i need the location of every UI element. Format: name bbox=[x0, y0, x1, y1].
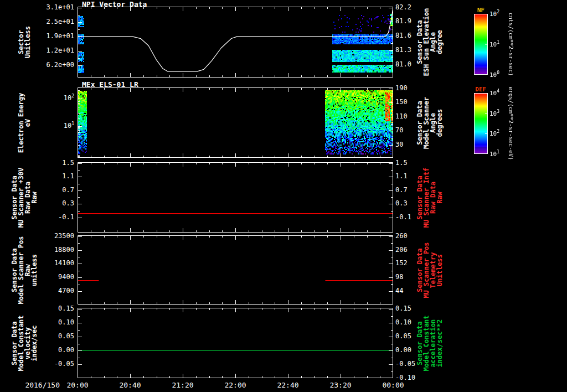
y-tick-label-right: 206 bbox=[395, 246, 408, 254]
y-tick-label-left: 1.9e+01 bbox=[0, 32, 74, 40]
y-tick-label-right: 0.7 bbox=[395, 186, 408, 194]
panel-4-left-axis-label: Sensor Data Model Scanner Pos Raw unitle… bbox=[11, 236, 38, 304]
y-tick-label-right: 0.05 bbox=[395, 332, 411, 341]
y-tick-label-right: 0.3 bbox=[395, 199, 408, 208]
panel-3-left-axis-label: Sensor Data MU Scanner +30V Raw Data Raw bbox=[11, 167, 38, 227]
y-tick-label-right: -0.1 bbox=[395, 213, 411, 221]
panel-4-line-plot bbox=[78, 235, 393, 305]
colorbar-tick-label: 104 bbox=[489, 89, 499, 97]
x-tick-label: 23:20 bbox=[318, 381, 363, 389]
y-tick-label-right: 81.9 bbox=[395, 17, 411, 25]
y-tick-label-left: 0.15 bbox=[0, 305, 74, 313]
y-tick-label-right: 1.1 bbox=[395, 172, 408, 180]
y-tick-label-right: 30 bbox=[395, 141, 403, 149]
panel-1-left-axis-label: Sector Unitless bbox=[18, 26, 31, 58]
y-tick-label-left: 3.1e+01 bbox=[0, 3, 74, 12]
y-tick-label-left: 6.2e+00 bbox=[0, 61, 74, 69]
y-tick-label-right: 1.5 bbox=[395, 159, 408, 167]
y-tick-label-right: 70 bbox=[395, 126, 403, 135]
def-colorbar bbox=[474, 93, 488, 154]
panel-5-right-axis-label: Sensor Data Model Constant acceleration … bbox=[416, 315, 443, 371]
panel-2-left-axis-label: Electron Energy eV bbox=[18, 92, 31, 152]
panel-3-right-axis-label: Sensor Data MU Scanner Intf Raw Data Raw bbox=[416, 167, 443, 227]
colorbar-tick-label: 103 bbox=[489, 110, 499, 118]
y-tick-label-right: 82.2 bbox=[395, 3, 411, 12]
panel-5-left-axis-label: Sensor Data Model Constant velocity inde… bbox=[11, 315, 38, 371]
y-tick-label-right: 152 bbox=[395, 259, 408, 267]
panel-2-right-axis-label: Sensor Data Model Scanner Angle degrees bbox=[416, 97, 443, 149]
x-tick-label: 22:00 bbox=[213, 381, 257, 389]
y-tick-label-right: 81.6 bbox=[395, 32, 411, 40]
panel-4-right-axis-label: Sensor Data MU Scanner Pos Telemetry Uni… bbox=[416, 242, 443, 298]
x-tick-label: 21:20 bbox=[161, 381, 205, 389]
y-tick-label-right: 81.0 bbox=[395, 60, 411, 69]
y-tick-label-right: 260 bbox=[395, 232, 408, 240]
y-tick-label-right: 81.3 bbox=[395, 46, 411, 54]
y-tick-label-right: 0.15 bbox=[395, 305, 411, 313]
y-tick-label-left: 102 bbox=[0, 94, 74, 102]
colorbar-name: DEF bbox=[474, 85, 488, 94]
tplot-window: NPI Vector Data MEx ELS-01 LR 3.1e+012.5… bbox=[0, 0, 567, 392]
y-tick-label-right: 110 bbox=[395, 112, 408, 121]
nf-colorbar bbox=[474, 14, 488, 75]
y-tick-label-right: 150 bbox=[395, 98, 408, 106]
y-tick-label-left: 101 bbox=[0, 122, 74, 130]
colorbar-tick-label: 101 bbox=[489, 40, 499, 49]
y-tick-label-right: 0.10 bbox=[395, 318, 411, 327]
colorbar-tick-label: 101 bbox=[489, 150, 499, 158]
panel-5-line-plot bbox=[78, 308, 393, 378]
colorbar-tick-label: 102 bbox=[489, 130, 499, 138]
panel-3-line-plot bbox=[78, 162, 393, 233]
y-tick-label-right: 190 bbox=[395, 84, 408, 92]
x-tick-label: 20:00 bbox=[55, 381, 100, 389]
y-tick-label-right: -0.05 bbox=[395, 360, 415, 368]
date-label: 2016/150 bbox=[6, 381, 60, 389]
colorbar-units-label: cnts/(cm**2-sr-sec) bbox=[508, 13, 513, 76]
panel-2-spectrogram bbox=[78, 87, 393, 158]
colorbar-tick-label: 100 bbox=[489, 71, 499, 79]
y-tick-label-right: 98 bbox=[395, 273, 403, 281]
x-tick-label: 22:40 bbox=[266, 381, 310, 389]
y-tick-label-left: 1.5 bbox=[0, 159, 74, 167]
colorbar-tick-label: 102 bbox=[489, 10, 499, 18]
colorbar-units-label: ergs/(cm**2-sr-sec-eV) bbox=[508, 87, 513, 160]
y-tick-label-right: 0.00 bbox=[395, 346, 411, 354]
x-tick-label: 00:00 bbox=[371, 381, 415, 389]
colorbar-name: NF bbox=[474, 6, 488, 14]
y-tick-label-right: 44 bbox=[395, 287, 403, 295]
x-tick-label: 20:40 bbox=[108, 381, 152, 389]
panel-1-right-axis-label: Sensor Data ESH Sun Elevation Angle degr… bbox=[416, 8, 443, 76]
panel-1-spectrogram bbox=[78, 7, 393, 78]
y-tick-label-left: 2.5e+01 bbox=[0, 18, 74, 26]
y-tick-label-left: 1.2e+01 bbox=[0, 47, 74, 55]
